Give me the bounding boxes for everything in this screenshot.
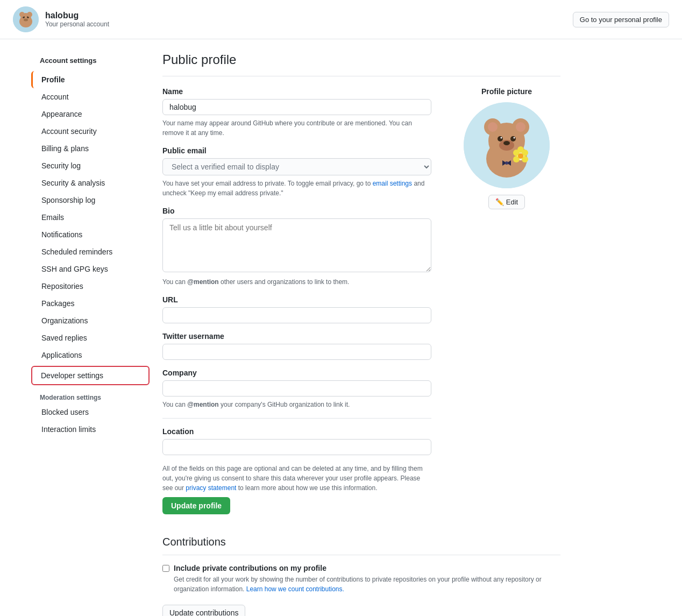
location-label: Location bbox=[162, 427, 431, 436]
svg-point-15 bbox=[498, 136, 503, 141]
private-contributions-label[interactable]: Include private contributions on my prof… bbox=[174, 564, 326, 572]
company-input[interactable] bbox=[162, 380, 431, 396]
company-mention: @mention bbox=[187, 401, 218, 408]
sidebar-item-account[interactable]: Account bbox=[31, 88, 150, 105]
page-title: Public profile bbox=[162, 52, 560, 76]
public-email-note: You have set your email address to priva… bbox=[162, 179, 431, 198]
moderation-section-label: Moderation settings bbox=[31, 387, 150, 403]
svg-point-7 bbox=[27, 12, 32, 17]
location-input[interactable] bbox=[162, 439, 431, 455]
public-email-label: Public email bbox=[162, 146, 431, 155]
sidebar-item-sponsorship-log[interactable]: Sponsorship log bbox=[31, 192, 150, 209]
sidebar: Account settings Profile Account Appeara… bbox=[31, 52, 150, 616]
sidebar-item-blocked-users[interactable]: Blocked users bbox=[31, 403, 150, 421]
bio-group: Bio You can @mention other users and org… bbox=[162, 207, 431, 287]
company-group: Company You can @mention your company's … bbox=[162, 369, 431, 409]
bio-label: Bio bbox=[162, 207, 431, 215]
user-subtitle: Your personal account bbox=[45, 20, 109, 28]
twitter-input[interactable] bbox=[162, 344, 431, 360]
public-email-group: Public email Select a verified email to … bbox=[162, 146, 431, 198]
form-divider bbox=[162, 418, 431, 419]
url-group: URL bbox=[162, 295, 431, 323]
svg-point-13 bbox=[488, 122, 498, 132]
name-input[interactable] bbox=[162, 99, 431, 115]
company-label: Company bbox=[162, 369, 431, 377]
sidebar-item-notifications[interactable]: Notifications bbox=[31, 226, 150, 243]
personal-profile-button[interactable]: Go to your personal profile bbox=[573, 12, 669, 27]
name-label: Name bbox=[162, 87, 431, 96]
private-contributions-checkbox[interactable] bbox=[162, 565, 169, 572]
top-bar: halobug Your personal account Go to your… bbox=[0, 0, 682, 39]
twitter-group: Twitter username bbox=[162, 332, 431, 360]
sidebar-title: Account settings bbox=[31, 52, 150, 69]
svg-point-30 bbox=[518, 153, 523, 159]
username-label: halobug bbox=[45, 11, 109, 20]
profile-picture-label: Profile picture bbox=[453, 87, 560, 96]
bio-note: You can @mention other users and organiz… bbox=[162, 277, 431, 287]
profile-picture bbox=[464, 102, 550, 188]
sidebar-item-applications[interactable]: Applications bbox=[31, 346, 150, 364]
name-note: Your name may appear around GitHub where… bbox=[162, 118, 431, 138]
company-note: You can @mention your company's GitHub o… bbox=[162, 400, 431, 409]
name-group: Name Your name may appear around GitHub … bbox=[162, 87, 431, 138]
sidebar-item-billing[interactable]: Billing & plans bbox=[31, 140, 150, 157]
private-contributions-group: Include private contributions on my prof… bbox=[162, 564, 560, 594]
contributions-title: Contributions bbox=[162, 536, 560, 555]
private-contributions-text: Include private contributions on my prof… bbox=[174, 564, 560, 594]
sidebar-item-ssh-gpg[interactable]: SSH and GPG keys bbox=[31, 260, 150, 278]
sidebar-item-scheduled-reminders[interactable]: Scheduled reminders bbox=[31, 243, 150, 260]
pencil-icon: ✏️ bbox=[495, 198, 504, 206]
privacy-link[interactable]: privacy statement bbox=[186, 484, 236, 492]
svg-point-23 bbox=[505, 161, 508, 165]
sidebar-item-appearance[interactable]: Appearance bbox=[31, 105, 150, 123]
sidebar-item-interaction-limits[interactable]: Interaction limits bbox=[31, 421, 150, 438]
svg-point-6 bbox=[19, 12, 25, 17]
twitter-label: Twitter username bbox=[162, 332, 431, 341]
sidebar-item-packages[interactable]: Packages bbox=[31, 295, 150, 312]
sidebar-item-organizations[interactable]: Organizations bbox=[31, 312, 150, 329]
update-profile-button[interactable]: Update profile bbox=[162, 497, 230, 514]
main-layout: Account settings Profile Account Appeara… bbox=[18, 39, 664, 616]
profile-picture-section: Profile picture bbox=[453, 87, 560, 514]
svg-point-14 bbox=[516, 122, 525, 132]
sidebar-item-account-security[interactable]: Account security bbox=[31, 123, 150, 140]
svg-point-5 bbox=[24, 19, 28, 22]
location-group: Location bbox=[162, 427, 431, 455]
url-input[interactable] bbox=[162, 307, 431, 323]
svg-point-20 bbox=[503, 141, 510, 145]
profile-content: Name Your name may appear around GitHub … bbox=[162, 87, 560, 514]
user-info: halobug Your personal account bbox=[45, 11, 109, 28]
avatar bbox=[13, 6, 39, 32]
url-label: URL bbox=[162, 295, 431, 304]
edit-picture-button[interactable]: ✏️ Edit bbox=[488, 195, 525, 209]
sidebar-item-developer-settings[interactable]: Developer settings bbox=[31, 366, 150, 385]
svg-point-18 bbox=[514, 137, 515, 139]
top-bar-left: halobug Your personal account bbox=[13, 6, 109, 32]
profile-form: Name Your name may appear around GitHub … bbox=[162, 87, 431, 514]
sidebar-item-security-log[interactable]: Security log bbox=[31, 157, 150, 174]
public-email-select[interactable]: Select a verified email to display bbox=[162, 158, 431, 175]
contributions-section: Contributions Include private contributi… bbox=[162, 536, 560, 616]
svg-point-16 bbox=[510, 136, 516, 141]
sidebar-item-repositories[interactable]: Repositories bbox=[31, 278, 150, 295]
bio-textarea[interactable] bbox=[162, 218, 431, 272]
learn-more-link[interactable]: Learn how we count contributions. bbox=[246, 585, 344, 593]
sidebar-item-profile[interactable]: Profile bbox=[31, 71, 150, 88]
private-contributions-desc: Get credit for all your work by showing … bbox=[174, 575, 560, 594]
sidebar-item-saved-replies[interactable]: Saved replies bbox=[31, 329, 150, 346]
email-settings-link[interactable]: email settings bbox=[373, 180, 412, 187]
update-contributions-button[interactable]: Update contributions bbox=[162, 605, 245, 616]
main-content: Public profile Name Your name may appear… bbox=[162, 52, 560, 616]
sidebar-item-emails[interactable]: Emails bbox=[31, 209, 150, 226]
sidebar-item-security-analysis[interactable]: Security & analysis bbox=[31, 174, 150, 192]
footer-note: All of the fields on this page are optio… bbox=[162, 464, 431, 493]
svg-point-17 bbox=[501, 137, 502, 139]
